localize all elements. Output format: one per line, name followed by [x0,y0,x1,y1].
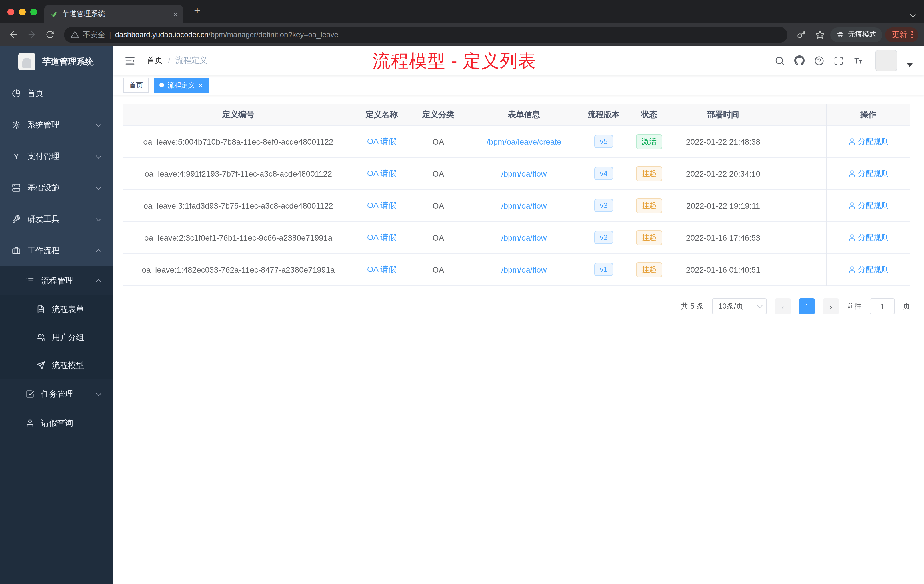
new-tab-button[interactable]: + [190,5,204,17]
fixed-column-divider [826,104,827,286]
form-link[interactable]: /bpm/oa/flow [502,265,547,274]
yen-icon: ¥ [12,152,21,161]
page-number-button[interactable]: 1 [799,298,815,314]
sidebar-item-user-group[interactable]: 用户分组 [0,323,113,351]
col-header-version: 流程版本 [582,104,626,125]
cell-category: OA [410,222,466,253]
breadcrumb: 首页 / 流程定义 [147,55,208,66]
cell-definition-id: oa_leave:3:1fad3d93-7b75-11ec-a3c8-acde4… [124,190,353,221]
address-bar[interactable]: 不安全 | dashboard.yudao.iocoder.cn/bpm/man… [64,26,787,43]
server-icon [12,183,21,192]
browser-toolbar: 不安全 | dashboard.yudao.iocoder.cn/bpm/man… [0,23,924,46]
definition-name-link[interactable]: OA 请假 [367,264,396,275]
paper-plane-icon [36,361,45,370]
tag-home[interactable]: 首页 [124,78,148,92]
tag-process-definition[interactable]: 流程定义 × [154,78,208,92]
tag-close-icon[interactable]: × [198,81,203,89]
version-badge[interactable]: v3 [594,199,613,212]
back-icon[interactable] [6,30,21,40]
user-avatar[interactable] [875,50,897,71]
cell-filler [774,222,826,253]
assign-rule-button[interactable]: 分配规则 [848,200,889,211]
next-page-button[interactable]: › [823,298,839,314]
security-label: 不安全 [83,30,105,40]
goto-page-input[interactable] [870,298,895,314]
minimize-window-button[interactable] [19,8,26,15]
cell-category: OA [410,190,466,221]
form-link[interactable]: /bpm/oa/leave/create [487,137,561,146]
bookmark-star-icon[interactable] [812,30,827,39]
definition-name-link[interactable]: OA 请假 [367,232,396,243]
cell-deploy-time: 2022-01-22 20:34:10 [673,158,774,189]
sidebar-item-process-form[interactable]: 流程表单 [0,295,113,323]
chevron-down-icon [97,124,101,126]
help-icon[interactable] [814,56,824,66]
sidebar-item-dev-tools[interactable]: 研发工具 [0,203,113,235]
users-icon [36,333,45,342]
definition-name-link[interactable]: OA 请假 [367,200,396,211]
sidebar-item-process-management[interactable]: 流程管理 [0,266,113,295]
password-key-icon[interactable] [794,30,809,39]
table-row: oa_leave:3:1fad3d93-7b75-11ec-a3c8-acde4… [124,190,910,222]
gear-icon [12,120,21,129]
chevron-down-icon [97,186,101,189]
status-badge: 挂起 [636,230,662,245]
navbar-actions [775,50,912,71]
form-link[interactable]: /bpm/oa/flow [502,201,547,210]
logo-title: 芋道管理系统 [42,56,94,67]
briefcase-icon [12,246,21,255]
sidebar-item-workflow[interactable]: 工作流程 [0,235,113,266]
zoom-window-button[interactable] [30,8,37,15]
sidebar-item-process-model[interactable]: 流程模型 [0,351,113,379]
assign-rule-button[interactable]: 分配规则 [848,232,889,243]
version-badge[interactable]: v1 [594,263,613,276]
close-window-button[interactable] [7,8,14,15]
page-unit-label: 页 [903,301,910,312]
sidebar-item-leave-query[interactable]: 请假查询 [0,409,113,438]
version-badge[interactable]: v4 [594,167,613,180]
cell-definition-id: oa_leave:1:482ec033-762a-11ec-8477-a2380… [124,254,353,285]
breadcrumb-home[interactable]: 首页 [147,55,163,66]
tab-search-icon[interactable] [911,8,915,19]
breadcrumb-separator: / [168,56,170,65]
sidebar-item-payment[interactable]: ¥ 支付管理 [0,140,113,172]
version-badge[interactable]: v2 [594,231,613,244]
sidebar-logo[interactable]: 芋道管理系统 [0,46,113,78]
github-icon[interactable] [794,55,805,66]
form-link[interactable]: /bpm/oa/flow [502,169,547,178]
assign-rule-button[interactable]: 分配规则 [848,264,889,275]
version-badge[interactable]: v5 [594,135,613,148]
forward-icon[interactable] [24,30,40,40]
hamburger-icon[interactable] [121,55,139,66]
sidebar-item-system[interactable]: 系统管理 [0,109,113,140]
cell-filler [774,254,826,285]
prev-page-button[interactable]: ‹ [775,298,791,314]
assign-rule-button[interactable]: 分配规则 [848,168,889,178]
assign-rule-button[interactable]: 分配规则 [848,136,889,147]
avatar-caret-icon[interactable] [907,63,912,67]
file-text-icon [36,305,45,314]
reload-icon[interactable] [42,30,58,39]
search-icon[interactable] [775,56,785,66]
fullscreen-icon[interactable] [834,56,843,66]
screen: 芋道管理系统 × + 不安全 | dashboard.yudao.iocoder… [0,0,924,584]
page-size-select[interactable]: 10条/页 [712,298,767,314]
sidebar-item-home[interactable]: 首页 [0,78,113,109]
sidebar-item-task-management[interactable]: 任务管理 [0,379,113,409]
browser-update-button[interactable]: 更新 [885,27,918,42]
definition-name-link[interactable]: OA 请假 [367,168,396,178]
browser-tab[interactable]: 芋道管理系统 × [44,5,183,23]
status-badge: 挂起 [636,166,662,181]
tab-close-icon[interactable]: × [173,10,178,18]
font-size-icon[interactable] [853,55,863,66]
page-content: 定义编号 定义名称 定义分类 表单信息 流程版本 状态 部署时间 操作 oa_l… [113,96,924,584]
breadcrumb-current: 流程定义 [175,55,208,66]
form-link[interactable]: /bpm/oa/flow [502,233,547,242]
table-row: oa_leave:5:004b710b-7b8a-11ec-8ef0-acde4… [124,126,910,158]
browser-menu-icon[interactable] [911,31,913,38]
table-row: oa_leave:4:991f2193-7b7f-11ec-a3c8-acde4… [124,158,910,190]
definition-name-link[interactable]: OA 请假 [367,136,396,147]
sidebar-item-infrastructure[interactable]: 基础设施 [0,172,113,203]
user-icon [848,201,856,210]
incognito-label: 无痕模式 [848,30,876,40]
